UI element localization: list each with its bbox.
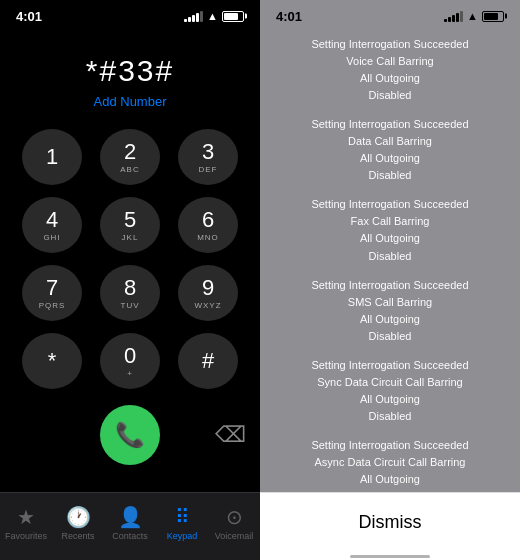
key-number-1: 1 <box>46 145 58 169</box>
message-block-2: Setting Interrogation SucceededFax Call … <box>276 196 504 264</box>
home-bar <box>350 555 430 558</box>
key-letters-9: WXYZ <box>194 301 221 310</box>
message-list: Setting Interrogation SucceededVoice Cal… <box>260 24 520 492</box>
key-number-0: 0 <box>124 344 136 368</box>
tab-icon-contacts: 👤 <box>118 505 143 529</box>
right-panel: 4:01 ▲ Setting Interrogation SucceededVo… <box>260 0 520 560</box>
key-number-6: 6 <box>202 208 214 232</box>
tab-icon-recents: 🕐 <box>66 505 91 529</box>
left-status-time: 4:01 <box>16 9 42 24</box>
tab-icon-keypad: ⠿ <box>175 505 190 529</box>
wifi-icon: ▲ <box>207 10 218 22</box>
message-text-1: Setting Interrogation SucceededData Call… <box>276 116 504 184</box>
message-text-3: Setting Interrogation SucceededSMS Call … <box>276 277 504 345</box>
right-status-time: 4:01 <box>276 9 302 24</box>
message-block-0: Setting Interrogation SucceededVoice Cal… <box>276 36 504 104</box>
home-indicator <box>260 552 520 560</box>
call-button[interactable]: 📞 <box>100 405 160 465</box>
message-block-1: Setting Interrogation SucceededData Call… <box>276 116 504 184</box>
key-letters-0: + <box>127 369 133 378</box>
message-block-5: Setting Interrogation SucceededAsync Dat… <box>276 437 504 492</box>
right-battery-icon <box>482 11 504 22</box>
key-number-9: 9 <box>202 276 214 300</box>
dialed-number: *#33# <box>86 54 174 88</box>
key-button-5[interactable]: 5JKL <box>100 197 160 253</box>
key-number-*: * <box>48 349 57 373</box>
key-letters-5: JKL <box>122 233 139 242</box>
dismiss-label[interactable]: Dismiss <box>359 512 422 533</box>
message-block-3: Setting Interrogation SucceededSMS Call … <box>276 277 504 345</box>
tab-recents[interactable]: 🕐Recents <box>55 505 101 541</box>
tab-label-voicemail: Voicemail <box>215 531 254 541</box>
key-number-7: 7 <box>46 276 58 300</box>
message-block-4: Setting Interrogation SucceededSync Data… <box>276 357 504 425</box>
delete-button[interactable]: ⌫ <box>200 405 260 465</box>
key-number-#: # <box>202 349 214 373</box>
tab-voicemail[interactable]: ⊙Voicemail <box>211 505 257 541</box>
left-status-icons: ▲ <box>184 10 244 22</box>
tab-label-recents: Recents <box>61 531 94 541</box>
tab-label-favourites: Favourites <box>5 531 47 541</box>
left-status-bar: 4:01 ▲ <box>0 0 260 24</box>
key-number-4: 4 <box>46 208 58 232</box>
key-letters-3: DEF <box>199 165 218 174</box>
tab-bar: ★Favourites🕐Recents👤Contacts⠿Keypad⊙Voic… <box>0 492 260 560</box>
right-status-bar: 4:01 ▲ <box>260 0 520 24</box>
message-text-4: Setting Interrogation SucceededSync Data… <box>276 357 504 425</box>
tab-label-contacts: Contacts <box>112 531 148 541</box>
message-text-0: Setting Interrogation SucceededVoice Cal… <box>276 36 504 104</box>
right-status-icons: ▲ <box>444 10 504 22</box>
battery-icon <box>222 11 244 22</box>
add-number-button[interactable]: Add Number <box>94 94 167 109</box>
key-button-4[interactable]: 4GHI <box>22 197 82 253</box>
key-letters-7: PQRS <box>39 301 66 310</box>
key-letters-4: GHI <box>43 233 60 242</box>
keypad: 12ABC3DEF4GHI5JKL6MNO7PQRS8TUV9WXYZ*0+# <box>22 129 238 389</box>
tab-keypad[interactable]: ⠿Keypad <box>159 505 205 541</box>
key-letters-8: TUV <box>121 301 140 310</box>
key-number-2: 2 <box>124 140 136 164</box>
key-button-3[interactable]: 3DEF <box>178 129 238 185</box>
right-signal-icon <box>444 10 463 22</box>
key-letters-2: ABC <box>120 165 139 174</box>
key-number-3: 3 <box>202 140 214 164</box>
key-button-7[interactable]: 7PQRS <box>22 265 82 321</box>
key-number-5: 5 <box>124 208 136 232</box>
tab-icon-voicemail: ⊙ <box>226 505 243 529</box>
signal-icon <box>184 10 203 22</box>
message-text-2: Setting Interrogation SucceededFax Call … <box>276 196 504 264</box>
key-button-1[interactable]: 1 <box>22 129 82 185</box>
key-letters-6: MNO <box>197 233 219 242</box>
delete-icon: ⌫ <box>215 422 246 448</box>
tab-label-keypad: Keypad <box>167 531 198 541</box>
spacer <box>0 405 60 465</box>
dismiss-button[interactable]: Dismiss <box>260 492 520 552</box>
action-row: 📞 ⌫ <box>0 405 260 465</box>
call-icon: 📞 <box>115 421 145 449</box>
left-panel: 4:01 ▲ *#33# Add Number 12ABC3DEF4GHI5JK… <box>0 0 260 560</box>
key-number-8: 8 <box>124 276 136 300</box>
key-button-8[interactable]: 8TUV <box>100 265 160 321</box>
key-button-0[interactable]: 0+ <box>100 333 160 389</box>
key-button-6[interactable]: 6MNO <box>178 197 238 253</box>
key-button-9[interactable]: 9WXYZ <box>178 265 238 321</box>
tab-favourites[interactable]: ★Favourites <box>3 505 49 541</box>
message-text-5: Setting Interrogation SucceededAsync Dat… <box>276 437 504 492</box>
tab-contacts[interactable]: 👤Contacts <box>107 505 153 541</box>
key-button-2[interactable]: 2ABC <box>100 129 160 185</box>
right-wifi-icon: ▲ <box>467 10 478 22</box>
key-button-*[interactable]: * <box>22 333 82 389</box>
key-button-#[interactable]: # <box>178 333 238 389</box>
tab-icon-favourites: ★ <box>17 505 35 529</box>
